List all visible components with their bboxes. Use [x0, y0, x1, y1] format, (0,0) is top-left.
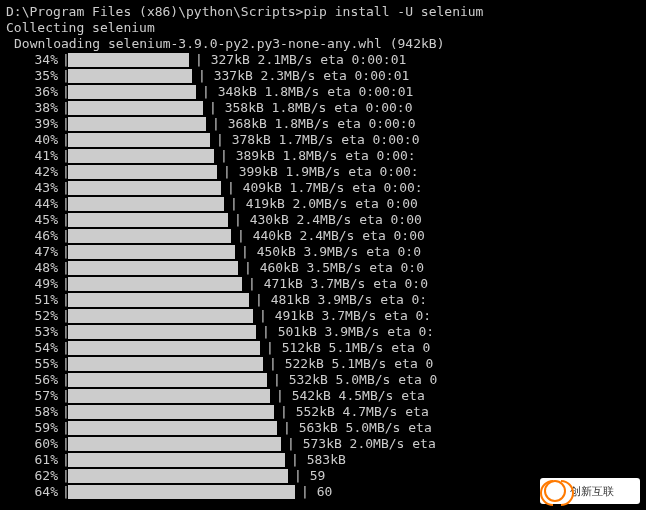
progress-row: 58%|| 552kB 4.7MB/s eta — [4, 404, 646, 420]
progress-stats: | 419kB 2.0MB/s eta 0:00 — [230, 196, 418, 212]
watermark-logo-icon — [544, 480, 566, 502]
progress-stats: | 430kB 2.4MB/s eta 0:00 — [234, 212, 422, 228]
progress-percent: 40% — [4, 132, 62, 148]
progress-percent: 46% — [4, 228, 62, 244]
progress-bar-fill — [68, 101, 203, 115]
progress-bar-fill — [68, 117, 206, 131]
downloading-line: Downloading selenium-3.9.0-py2.py3-none-… — [4, 36, 646, 52]
progress-percent: 64% — [4, 484, 62, 500]
progress-row: 51%|| 481kB 3.9MB/s eta 0: — [4, 292, 646, 308]
progress-percent: 56% — [4, 372, 62, 388]
progress-percent: 58% — [4, 404, 62, 420]
progress-percent: 53% — [4, 324, 62, 340]
progress-row: 56%|| 532kB 5.0MB/s eta 0 — [4, 372, 646, 388]
progress-percent: 43% — [4, 180, 62, 196]
progress-stats: | 573kB 2.0MB/s eta — [287, 436, 436, 452]
progress-stats: | 471kB 3.7MB/s eta 0:0 — [248, 276, 428, 292]
progress-stats: | 450kB 3.9MB/s eta 0:0 — [241, 244, 421, 260]
watermark-text: 创新互联 — [570, 483, 614, 499]
progress-bar-fill — [68, 293, 249, 307]
progress-percent: 44% — [4, 196, 62, 212]
progress-stats: | 399kB 1.9MB/s eta 0:00: — [223, 164, 419, 180]
progress-percent: 52% — [4, 308, 62, 324]
progress-percent: 39% — [4, 116, 62, 132]
progress-percent: 59% — [4, 420, 62, 436]
progress-stats: | 378kB 1.7MB/s eta 0:00:0 — [216, 132, 420, 148]
progress-bar-fill — [68, 341, 260, 355]
progress-row: 59%|| 563kB 5.0MB/s eta — [4, 420, 646, 436]
progress-bar-fill — [68, 85, 196, 99]
progress-bar-fill — [68, 149, 214, 163]
progress-percent: 55% — [4, 356, 62, 372]
progress-bar: | — [62, 452, 425, 468]
progress-row: 55%|| 522kB 5.1MB/s eta 0 — [4, 356, 646, 372]
progress-stats: | 542kB 4.5MB/s eta — [276, 388, 425, 404]
progress-row: 42%|| 399kB 1.9MB/s eta 0:00: — [4, 164, 646, 180]
progress-row: 61%|| 583kB — [4, 452, 646, 468]
progress-stats: | 348kB 1.8MB/s eta 0:00:01 — [202, 84, 413, 100]
progress-stats: | 583kB — [291, 452, 346, 468]
progress-percent: 36% — [4, 84, 62, 100]
progress-stats: | 368kB 1.8MB/s eta 0:00:0 — [212, 116, 416, 132]
progress-row: 49%|| 471kB 3.7MB/s eta 0:0 — [4, 276, 646, 292]
progress-stats: | 512kB 5.1MB/s eta 0 — [266, 340, 430, 356]
progress-row: 44%|| 419kB 2.0MB/s eta 0:00 — [4, 196, 646, 212]
progress-bar: | — [62, 484, 425, 500]
command-text: pip install -U selenium — [303, 4, 483, 20]
progress-row: 43%|| 409kB 1.7MB/s eta 0:00: — [4, 180, 646, 196]
progress-bar-fill — [68, 133, 210, 147]
progress-bar-fill — [68, 229, 231, 243]
progress-row: 35%|| 337kB 2.3MB/s eta 0:00:01 — [4, 68, 646, 84]
progress-bar: | — [62, 468, 425, 484]
progress-percent: 51% — [4, 292, 62, 308]
progress-stats: | 440kB 2.4MB/s eta 0:00 — [237, 228, 425, 244]
progress-percent: 60% — [4, 436, 62, 452]
cwd-text: D:\Program Files (x86)\python\Scripts> — [6, 4, 303, 20]
progress-bar-fill — [68, 181, 221, 195]
progress-percent: 34% — [4, 52, 62, 68]
progress-bar-fill — [68, 421, 277, 435]
progress-stats: | 460kB 3.5MB/s eta 0:0 — [244, 260, 424, 276]
progress-row: 47%|| 450kB 3.9MB/s eta 0:0 — [4, 244, 646, 260]
progress-bar-fill — [68, 245, 235, 259]
progress-bar-fill — [68, 437, 281, 451]
progress-bar-fill — [68, 69, 192, 83]
progress-bar-fill — [68, 357, 263, 371]
progress-percent: 45% — [4, 212, 62, 228]
progress-bar-fill — [68, 469, 288, 483]
progress-stats: | 491kB 3.7MB/s eta 0: — [259, 308, 431, 324]
progress-row: 38%|| 358kB 1.8MB/s eta 0:00:0 — [4, 100, 646, 116]
progress-row: 52%|| 491kB 3.7MB/s eta 0: — [4, 308, 646, 324]
progress-bar-fill — [68, 485, 295, 499]
progress-bar-fill — [68, 373, 267, 387]
progress-bar-fill — [68, 165, 217, 179]
progress-stats: | 59 — [294, 468, 325, 484]
progress-stats: | 60 — [301, 484, 332, 500]
progress-row: 40%|| 378kB 1.7MB/s eta 0:00:0 — [4, 132, 646, 148]
progress-row: 53%|| 501kB 3.9MB/s eta 0: — [4, 324, 646, 340]
progress-percent: 35% — [4, 68, 62, 84]
progress-bar-fill — [68, 453, 285, 467]
progress-row: 36%|| 348kB 1.8MB/s eta 0:00:01 — [4, 84, 646, 100]
terminal-output[interactable]: D:\Program Files (x86)\python\Scripts>pi… — [0, 0, 646, 510]
progress-stats: | 552kB 4.7MB/s eta — [280, 404, 429, 420]
progress-percent: 54% — [4, 340, 62, 356]
progress-bar-fill — [68, 277, 242, 291]
progress-row: 39%|| 368kB 1.8MB/s eta 0:00:0 — [4, 116, 646, 132]
progress-bar-fill — [68, 53, 189, 67]
progress-percent: 61% — [4, 452, 62, 468]
progress-row: 54%|| 512kB 5.1MB/s eta 0 — [4, 340, 646, 356]
progress-bar-fill — [68, 405, 274, 419]
progress-percent: 38% — [4, 100, 62, 116]
progress-percent: 42% — [4, 164, 62, 180]
progress-row: 46%|| 440kB 2.4MB/s eta 0:00 — [4, 228, 646, 244]
progress-row: 48%|| 460kB 3.5MB/s eta 0:0 — [4, 260, 646, 276]
progress-bar-fill — [68, 261, 238, 275]
progress-percent: 49% — [4, 276, 62, 292]
progress-percent: 41% — [4, 148, 62, 164]
progress-row: 41%|| 389kB 1.8MB/s eta 0:00: — [4, 148, 646, 164]
progress-bar-fill — [68, 389, 270, 403]
progress-stats: | 337kB 2.3MB/s eta 0:00:01 — [198, 68, 409, 84]
progress-bar-fill — [68, 197, 224, 211]
progress-row: 34%|| 327kB 2.1MB/s eta 0:00:01 — [4, 52, 646, 68]
